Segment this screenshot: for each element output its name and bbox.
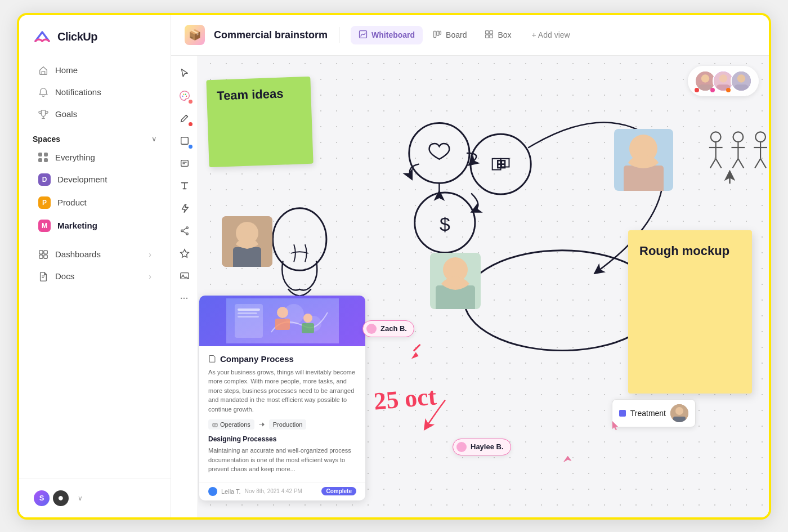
marketing-dot: M xyxy=(38,220,51,232)
sidebar-item-dashboards[interactable]: Dashboards › xyxy=(25,244,165,265)
svg-text:$: $ xyxy=(440,214,450,235)
spaces-title: Spaces xyxy=(33,135,60,144)
sidebar-item-notifications[interactable]: Notifications xyxy=(25,82,165,103)
photo-person-2 xyxy=(614,129,673,191)
tool-pen[interactable] xyxy=(175,109,194,128)
collab-dots xyxy=(695,88,731,92)
svg-line-45 xyxy=(760,158,766,168)
haylee-avatar xyxy=(456,442,467,452)
svg-point-67 xyxy=(303,314,312,323)
add-view-label: + Add view xyxy=(532,30,570,39)
avatar-dark[interactable]: ● xyxy=(52,489,70,507)
tab-box[interactable]: Box xyxy=(477,26,519,44)
whiteboard-toolbar: ··· xyxy=(171,56,198,517)
user-bubble-haylee: Haylee B. xyxy=(453,439,511,455)
svg-rect-72 xyxy=(673,417,686,422)
doc-card-banner xyxy=(199,296,365,346)
svg-rect-62 xyxy=(238,316,259,318)
header-divider xyxy=(339,27,339,43)
trophy-icon xyxy=(38,109,48,119)
sidebar-item-marketing[interactable]: M Marketing xyxy=(25,214,165,237)
svg-text:⊞: ⊞ xyxy=(496,157,506,171)
development-dot: D xyxy=(38,173,51,186)
doc-card-footer: Leila T. Nov 8th, 2021 4:42 PM Complete xyxy=(199,482,365,500)
svg-rect-8 xyxy=(440,31,441,34)
whiteboard-tab-label: Whiteboard xyxy=(371,30,415,39)
marketing-label: Marketing xyxy=(57,221,97,230)
svg-rect-61 xyxy=(238,312,257,314)
treatment-box: Treatment xyxy=(612,399,696,427)
bell-icon xyxy=(38,87,48,97)
board-tab-label: Board xyxy=(446,30,467,39)
spaces-chevron-icon[interactable]: ∨ xyxy=(151,135,157,143)
svg-point-31 xyxy=(711,132,721,142)
logo[interactable]: ClickUp xyxy=(19,15,171,57)
cursor-icon xyxy=(610,420,621,431)
sidebar-item-everything[interactable]: Everything xyxy=(25,147,165,168)
svg-rect-1 xyxy=(39,250,43,253)
sidebar-nav: Home Notifications Goals xyxy=(19,57,171,126)
svg-rect-11 xyxy=(486,34,489,38)
goals-label: Goals xyxy=(55,109,77,119)
sticky-green-text: Team ideas xyxy=(217,86,284,102)
sidebar-item-home[interactable]: Home xyxy=(25,60,165,81)
tool-rect[interactable] xyxy=(175,131,194,150)
sticky-yellow-text: Rough mockup xyxy=(639,244,729,258)
tool-select[interactable] xyxy=(175,64,194,83)
whiteboard-canvas[interactable]: ··· ⊞ xyxy=(171,56,769,517)
svg-point-28 xyxy=(415,193,475,253)
svg-rect-48 xyxy=(233,247,261,267)
treatment-avatar xyxy=(670,404,688,422)
doc-complete-badge: Complete xyxy=(321,487,356,495)
avatar-s[interactable]: S xyxy=(33,489,51,507)
add-view-button[interactable]: + Add view xyxy=(524,26,578,43)
svg-line-34 xyxy=(710,158,716,168)
treatment-label: Treatment xyxy=(630,409,666,418)
tool-palette[interactable] xyxy=(175,86,194,105)
sidebar-item-product[interactable]: P Product xyxy=(25,191,165,214)
dashboard-icon xyxy=(38,249,48,260)
spaces-section-header: Spaces ∨ xyxy=(19,126,171,147)
tab-board[interactable]: Board xyxy=(425,26,474,44)
doc-tag-1: Operations xyxy=(208,419,254,430)
tool-note[interactable] xyxy=(175,154,194,173)
date-label: 25 oct xyxy=(373,382,437,415)
tool-text[interactable] xyxy=(175,176,194,195)
svg-point-74 xyxy=(701,74,709,82)
sidebar: ClickUp Home Notifications Goals Spaces … xyxy=(19,15,171,517)
svg-point-53 xyxy=(633,137,653,157)
svg-point-16 xyxy=(186,95,187,96)
svg-rect-52 xyxy=(624,166,664,191)
tab-whiteboard[interactable]: Whiteboard xyxy=(351,26,423,44)
svg-point-41 xyxy=(755,132,765,142)
home-icon xyxy=(38,65,48,75)
sticky-note-yellow[interactable]: Rough mockup xyxy=(628,230,752,394)
tool-lightning[interactable] xyxy=(175,199,194,218)
svg-point-13 xyxy=(182,95,183,96)
sidebar-item-development[interactable]: D Development xyxy=(25,168,165,191)
box-tab-label: Box xyxy=(498,30,511,39)
tool-share[interactable] xyxy=(175,221,194,240)
collab-dot-3 xyxy=(726,88,731,92)
sidebar-item-goals[interactable]: Goals xyxy=(25,104,165,125)
svg-point-14 xyxy=(183,93,184,95)
svg-point-25 xyxy=(409,123,469,183)
doc-card[interactable]: Company Process As your business grows, … xyxy=(199,296,365,500)
tool-more[interactable]: ··· xyxy=(175,289,194,308)
svg-point-80 xyxy=(737,74,745,82)
footer-caret-icon[interactable]: ∨ xyxy=(78,494,83,502)
sticky-note-green[interactable]: Team ideas xyxy=(206,76,313,167)
svg-rect-2 xyxy=(44,250,47,253)
tool-image[interactable] xyxy=(175,266,194,285)
doc-card-title: Company Process xyxy=(208,354,356,364)
everything-label: Everything xyxy=(55,153,95,162)
svg-rect-60 xyxy=(238,309,260,311)
notifications-label: Notifications xyxy=(55,87,101,97)
svg-point-49 xyxy=(239,224,255,240)
tool-star[interactable] xyxy=(175,244,194,263)
treatment-color-dot xyxy=(619,410,626,417)
doc-card-tags: Operations Production xyxy=(208,419,356,430)
sidebar-item-docs[interactable]: Docs › xyxy=(25,266,165,287)
photo-person-1 xyxy=(222,216,272,267)
doc-card-body-text: As your business grows, things will inev… xyxy=(208,368,356,414)
